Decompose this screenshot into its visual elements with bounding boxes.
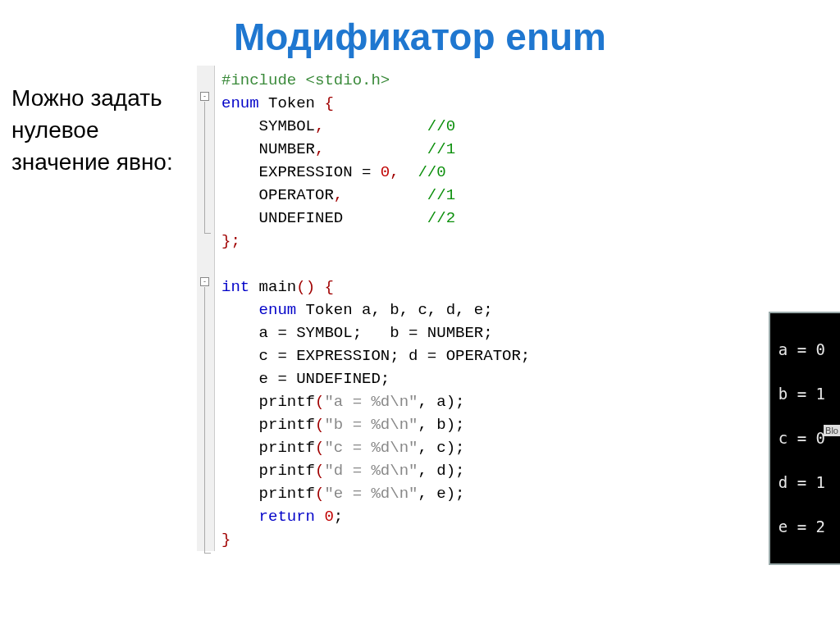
explanation-text: Можно задать нулевое значение явно:	[8, 66, 197, 551]
code-token: printf	[221, 416, 315, 434]
code-token: ,	[315, 117, 324, 135]
code-token: ,	[390, 163, 399, 181]
code-token: (	[315, 416, 324, 434]
code-token: 0	[381, 163, 390, 181]
code-token: 0	[324, 508, 333, 526]
fold-end	[204, 233, 211, 234]
code-token: ,	[334, 186, 343, 204]
code-line: #include <stdio.h>	[221, 71, 390, 89]
code-comment: //0	[427, 117, 455, 135]
code-token: , a);	[418, 393, 464, 411]
slide-title: Модификатор enum	[0, 0, 840, 66]
fold-box-icon[interactable]: -	[200, 92, 209, 101]
code-token: (	[315, 462, 324, 480]
code-comment: //0	[418, 163, 445, 181]
source-code: #include <stdio.h> enum Token { SYMBOL, …	[215, 69, 530, 551]
code-token: , c);	[418, 439, 464, 457]
code-token: UNDEFINED	[221, 209, 343, 227]
code-token: (	[315, 485, 324, 503]
code-token: NUMBER	[221, 140, 315, 158]
code-token: =	[362, 163, 381, 181]
code-token: Token	[259, 94, 325, 112]
code-token	[343, 186, 427, 204]
fold-line	[204, 287, 205, 553]
code-token: EXPRESSION	[221, 163, 362, 181]
code-token: printf	[221, 439, 315, 457]
code-token	[221, 508, 259, 526]
code-token: (	[315, 393, 324, 411]
editor-gutter: - -	[197, 66, 215, 551]
console-line: d = 1	[778, 472, 825, 494]
code-token: , e);	[418, 485, 464, 503]
code-token: ;	[334, 508, 343, 526]
code-token: OPERATOR	[221, 186, 334, 204]
code-token: , b);	[418, 416, 464, 434]
code-token: printf	[221, 462, 315, 480]
code-token: int	[221, 278, 249, 296]
fold-line	[204, 102, 205, 233]
code-token	[221, 301, 259, 319]
console-line: b = 1	[778, 383, 825, 405]
code-line: e = UNDEFINED;	[221, 370, 390, 388]
code-token: return	[259, 508, 315, 526]
cropped-label: Blo	[824, 425, 840, 436]
code-token	[399, 163, 418, 181]
code-token: Token a, b, c, d, e;	[296, 301, 492, 319]
code-token: main	[249, 278, 296, 296]
code-token: enum	[259, 301, 297, 319]
code-token: {	[324, 94, 333, 112]
code-token: (	[315, 439, 324, 457]
code-token: printf	[221, 393, 315, 411]
console-line: a = 0	[778, 339, 825, 361]
code-editor-panel: - - #include <stdio.h> enum Token { SYMB…	[197, 66, 530, 551]
code-token	[324, 117, 427, 135]
code-token: };	[221, 232, 240, 250]
console-line: e = 2	[778, 516, 825, 538]
code-token: enum	[221, 94, 259, 112]
fold-end	[204, 553, 211, 554]
code-token	[343, 209, 427, 227]
code-line: a = SYMBOL; b = NUMBER;	[221, 324, 493, 342]
code-string: "b = %d\n"	[324, 416, 418, 434]
code-token: ,	[315, 140, 324, 158]
code-line: c = EXPRESSION; d = OPERATOR;	[221, 347, 530, 365]
code-token: , d);	[418, 462, 464, 480]
code-string: "a = %d\n"	[324, 393, 418, 411]
fold-box-icon[interactable]: -	[200, 277, 209, 286]
code-token	[315, 508, 324, 526]
console-output: a = 0 b = 1 c = 0 d = 1 e = 2	[769, 312, 840, 565]
code-token: () {	[296, 278, 334, 296]
slide-body: Можно задать нулевое значение явно: - - …	[0, 66, 840, 551]
code-comment: //1	[427, 140, 455, 158]
code-string: "e = %d\n"	[324, 485, 418, 503]
code-token: SYMBOL	[221, 117, 315, 135]
code-comment: //2	[427, 209, 455, 227]
code-token	[324, 140, 427, 158]
code-token: printf	[221, 485, 315, 503]
code-string: "c = %d\n"	[324, 439, 418, 457]
code-token: }	[221, 531, 231, 549]
code-string: "d = %d\n"	[324, 462, 418, 480]
console-line: c = 0	[778, 427, 825, 449]
code-comment: //1	[427, 186, 455, 204]
